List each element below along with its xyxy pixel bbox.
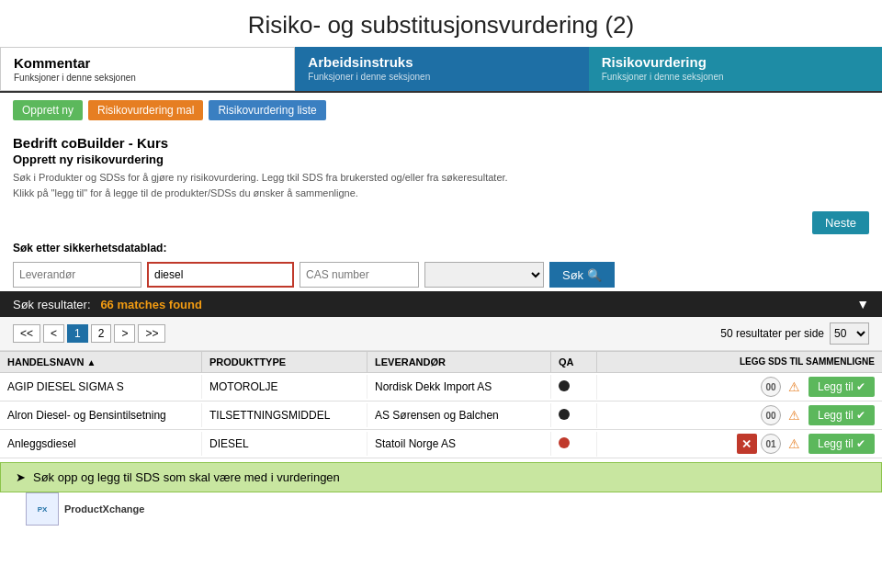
page-title: Risiko- og substitusjonsvurdering (2) [0, 0, 882, 47]
th-legg-sds: LEGG SDS TIL SAMMENLIGNE [597, 352, 882, 372]
page-2-button[interactable]: 2 [91, 324, 112, 343]
content-area: Bedrift coBuilder - Kurs Opprett ny risi… [0, 128, 882, 208]
results-label: Søk resultater: [13, 298, 91, 311]
logo-box: PX [26, 492, 59, 526]
comment-icon-1: 00 [761, 377, 781, 397]
search-term-input[interactable] [147, 262, 294, 288]
comment-icon-2: 00 [761, 405, 781, 425]
per-page-row: 50 resultater per side 50 25 100 [720, 322, 869, 345]
nav-risikovurdering-title: Risikovurdering [602, 54, 869, 70]
td-produkttype-2: TILSETTNINGSMIDDEL [202, 403, 368, 427]
leverandor-input[interactable] [13, 262, 141, 288]
search-row: Søk 🔍 [0, 258, 882, 291]
nav-risikovurdering[interactable]: Risikovurdering Funksjoner i denne seksj… [589, 47, 882, 91]
bottom-logo: PX ProductXchange [13, 487, 882, 531]
logo-text: ProductXchange [64, 503, 144, 514]
td-qa-2 [551, 403, 597, 428]
risikovurdering-liste-button[interactable]: Risikovurdering liste [209, 100, 325, 120]
toolbar: Opprett ny Risikovurdering mal Risikovur… [0, 93, 882, 128]
qa-dot-black-1 [559, 380, 570, 391]
chevron-down-icon[interactable]: ▼ [856, 297, 869, 311]
banner-arrow-icon: ➤ [16, 470, 26, 484]
search-dropdown[interactable] [424, 262, 544, 288]
qa-dot-red-3 [559, 437, 570, 448]
per-page-label: 50 resultater per side [720, 327, 824, 340]
td-actions-2: 00 ⚠ Legg til ✔ [597, 401, 882, 429]
page-first-button[interactable]: << [13, 324, 40, 343]
table-row: AGIP DIESEL SIGMA S MOTOROLJE Nordisk De… [0, 373, 882, 401]
th-qa: QA [551, 352, 597, 372]
td-qa-3 [551, 432, 597, 457]
sok-label: Søk [562, 268, 583, 282]
neste-button[interactable]: Neste [812, 211, 869, 234]
td-handelsnavn-3: Anleggsdiesel [0, 432, 202, 456]
td-produkttype-1: MOTOROLJE [202, 375, 368, 399]
page-1-button[interactable]: 1 [67, 324, 88, 343]
page-heading: Opprett ny risikovurdering [13, 153, 869, 166]
td-handelsnavn-1: AGIP DIESEL SIGMA S [0, 375, 202, 399]
risikovurdering-mal-button[interactable]: Risikovurdering mal [88, 100, 203, 120]
next-btn-row: Neste [0, 208, 882, 238]
nav-kommentar-title: Kommentar [14, 55, 281, 71]
warning-icon-3: ⚠ [785, 434, 805, 454]
search-label: Søk etter sikkerhetsdatablad: [0, 238, 882, 258]
sok-button[interactable]: Søk 🔍 [549, 262, 615, 288]
legg-til-button-2[interactable]: Legg til ✔ [808, 405, 875, 425]
page-prev-button[interactable]: < [43, 324, 64, 343]
cas-input[interactable] [300, 262, 419, 288]
td-produkttype-3: DIESEL [202, 432, 368, 456]
nav-arbeidsinstruks-sub: Funksjoner i denne seksjonen [308, 72, 575, 82]
search-icon: 🔍 [587, 268, 602, 282]
warning-icon-1: ⚠ [785, 377, 805, 397]
warning-icon-2: ⚠ [785, 405, 805, 425]
pagination-row: << < 1 2 > >> 50 resultater per side 50 … [0, 317, 882, 351]
td-actions-3: ✕ 01 ⚠ Legg til ✔ [597, 430, 882, 458]
th-leverandor-label: LEVERANDØR [375, 356, 446, 368]
th-qa-label: QA [559, 356, 574, 368]
th-produkttype: PRODUKTTYPE [202, 352, 368, 372]
th-legg-sds-label: LEGG SDS TIL SAMMENLIGNE [740, 356, 875, 368]
th-produkttype-label: PRODUKTTYPE [209, 356, 286, 368]
nav-kommentar[interactable]: Kommentar Funksjoner i denne seksjonen [0, 47, 295, 91]
company-name: Bedrift coBuilder - Kurs [13, 135, 869, 151]
th-leverandor: LEVERANDØR [368, 352, 551, 372]
desc2: Klikk på "legg til" for å legge til de p… [13, 186, 869, 201]
td-leverandor-1: Nordisk Dekk Import AS [368, 375, 551, 399]
legg-til-button-1[interactable]: Legg til ✔ [808, 377, 875, 397]
qa-dot-black-2 [559, 409, 570, 420]
td-actions-1: 00 ⚠ Legg til ✔ [597, 373, 882, 401]
legg-til-button-3[interactable]: Legg til ✔ [808, 434, 875, 454]
nav-risikovurdering-sub: Funksjoner i denne seksjonen [602, 72, 869, 82]
th-handelsnavn[interactable]: HANDELSNAVN ▲ [0, 352, 202, 372]
nav-kommentar-sub: Funksjoner i denne seksjonen [14, 73, 281, 83]
td-leverandor-2: AS Sørensen og Balchen [368, 403, 551, 427]
comment-icon-3: 01 [761, 434, 781, 454]
td-qa-1 [551, 375, 597, 400]
desc1: Søk i Produkter og SDSs for å gjøre ny r… [13, 170, 869, 186]
per-page-select[interactable]: 50 25 100 [830, 322, 869, 345]
table-row: Anleggsdiesel DIESEL Statoil Norge AS ✕ … [0, 430, 882, 458]
results-header: Søk resultater: 66 matches found ▼ [0, 291, 882, 317]
x-icon-3: ✕ [737, 434, 757, 454]
nav-bar: Kommentar Funksjoner i denne seksjonen A… [0, 47, 882, 93]
pagination-btns: << < 1 2 > >> [13, 324, 165, 343]
banner-text: Søk opp og legg til SDS som skal være me… [33, 470, 340, 484]
td-leverandor-3: Statoil Norge AS [368, 432, 551, 456]
page-last-button[interactable]: >> [138, 324, 165, 343]
matches-found: 66 matches found [100, 298, 202, 311]
sort-arrow-icon: ▲ [87, 357, 96, 368]
td-handelsnavn-2: Alron Diesel- og Bensintilsetning [0, 403, 202, 427]
table-header: HANDELSNAVN ▲ PRODUKTTYPE LEVERANDØR QA … [0, 351, 882, 373]
nav-arbeidsinstruks-title: Arbeidsinstruks [308, 54, 575, 70]
nav-arbeidsinstruks[interactable]: Arbeidsinstruks Funksjoner i denne seksj… [295, 47, 588, 91]
opprett-ny-button[interactable]: Opprett ny [13, 100, 83, 120]
table-row: Alron Diesel- og Bensintilsetning TILSET… [0, 401, 882, 430]
th-handelsnavn-label: HANDELSNAVN [7, 356, 85, 368]
page-next-button[interactable]: > [114, 324, 135, 343]
